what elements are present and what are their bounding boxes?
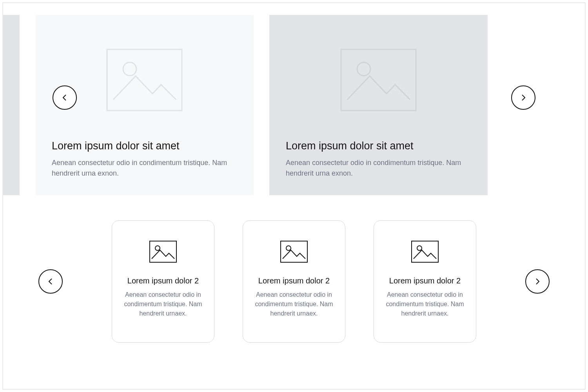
hero-card-image xyxy=(2,31,3,128)
hero-card[interactable]: Lorem ipsum dolor sit amet Aenean consec… xyxy=(269,15,488,195)
hero-card-title: Lorem ipsum dolor sit amet xyxy=(286,140,471,152)
hero-card-title: Lorem ipsum dolor sit amet xyxy=(2,140,3,152)
hero-carousel: Lorem ipsum dolor sit amet Aenean consec… xyxy=(38,15,550,195)
svg-point-11 xyxy=(417,246,422,250)
hero-card-body: Aenean consectetur odio in condimentum t… xyxy=(2,158,3,179)
hero-card-title: Lorem ipsum dolor sit amet xyxy=(52,140,237,152)
chevron-right-icon xyxy=(534,278,541,285)
hero-card-body: Aenean consectetur odio in condimentum t… xyxy=(286,158,471,179)
image-placeholder-icon xyxy=(280,241,308,263)
svg-rect-2 xyxy=(107,49,182,111)
svg-point-5 xyxy=(357,62,370,76)
svg-rect-6 xyxy=(150,241,176,262)
carousel-card[interactable]: Lorem ipsum dolor 2 Aenean consectetur o… xyxy=(374,220,476,343)
card-body: Aenean consectetur odio in condimentum t… xyxy=(385,290,465,318)
chevron-left-icon xyxy=(61,94,69,102)
card-image xyxy=(411,234,439,269)
svg-rect-10 xyxy=(412,241,438,262)
hero-card-body: Aenean consectetur odio in condimentum t… xyxy=(52,158,237,179)
chevron-left-icon xyxy=(47,278,54,285)
hero-prev-button[interactable] xyxy=(53,85,77,110)
card-body: Aenean consectetur odio in condimentum t… xyxy=(123,290,203,318)
card-title: Lorem ipsum dolor 2 xyxy=(389,276,461,285)
hero-card-image xyxy=(286,31,471,128)
chevron-right-icon xyxy=(519,94,527,102)
carousel-card[interactable]: Lorem ipsum dolor 2 Aenean consectetur o… xyxy=(112,220,214,343)
hero-next-button[interactable] xyxy=(511,85,535,110)
cards-prev-button[interactable] xyxy=(38,269,63,294)
cards-next-button[interactable] xyxy=(525,269,550,294)
wireframe-frame: Lorem ipsum dolor sit amet Aenean consec… xyxy=(2,2,586,390)
image-placeholder-icon xyxy=(149,241,177,263)
hero-card[interactable]: Lorem ipsum dolor sit amet Aenean consec… xyxy=(2,15,20,195)
card-carousel-track: Lorem ipsum dolor 2 Aenean consectetur o… xyxy=(63,220,525,343)
svg-point-9 xyxy=(286,246,291,250)
card-title: Lorem ipsum dolor 2 xyxy=(127,276,199,285)
svg-rect-8 xyxy=(281,241,307,262)
carousel-card[interactable]: Lorem ipsum dolor 2 Aenean consectetur o… xyxy=(243,220,345,343)
image-placeholder-icon xyxy=(106,49,183,111)
hero-card-image xyxy=(52,31,237,128)
card-title: Lorem ipsum dolor 2 xyxy=(258,276,330,285)
svg-point-3 xyxy=(123,62,136,76)
hero-carousel-track: Lorem ipsum dolor sit amet Aenean consec… xyxy=(2,15,312,195)
card-image xyxy=(149,234,177,269)
image-placeholder-icon xyxy=(411,241,439,263)
card-image xyxy=(280,234,308,269)
image-placeholder-icon xyxy=(340,49,417,111)
card-body: Aenean consectetur odio in condimentum t… xyxy=(254,290,334,318)
svg-rect-4 xyxy=(341,49,416,111)
svg-point-7 xyxy=(155,246,160,250)
card-carousel: Lorem ipsum dolor 2 Aenean consectetur o… xyxy=(38,219,550,344)
